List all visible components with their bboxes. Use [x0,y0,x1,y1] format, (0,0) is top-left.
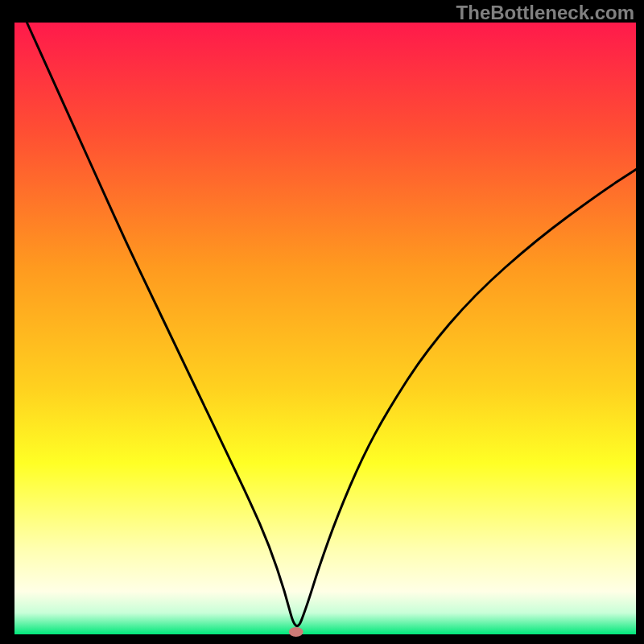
bottleneck-chart: { "watermark": "TheBottleneck.com", "cha… [0,0,644,644]
chart-svg [0,0,644,644]
watermark-text: TheBottleneck.com [456,2,634,24]
gradient-background [14,23,636,634]
optimum-marker [289,627,303,637]
